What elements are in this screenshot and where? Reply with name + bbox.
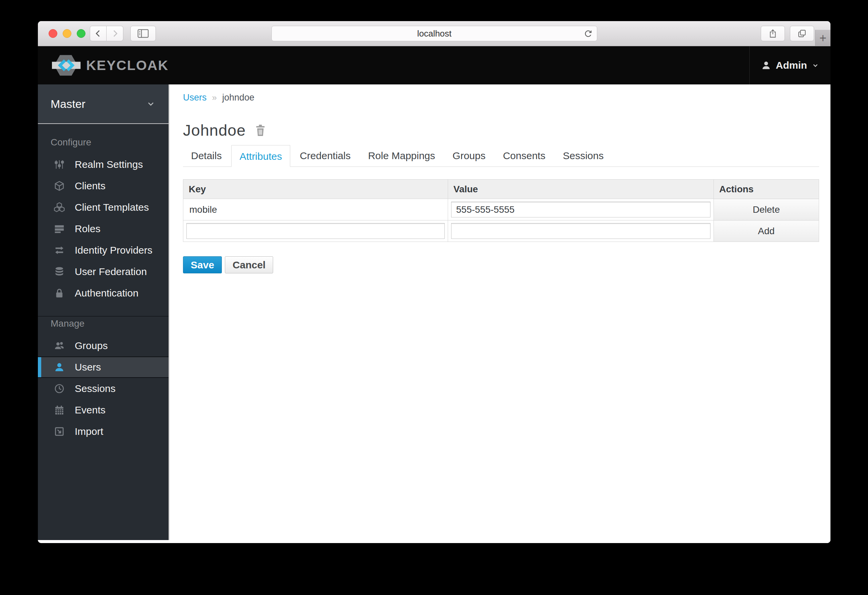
sidebar-toggle-button[interactable] — [130, 26, 156, 41]
sidebar-item-sessions[interactable]: Sessions — [38, 378, 168, 399]
tab-overview-button[interactable] — [790, 26, 814, 41]
sidebar-item-users[interactable]: Users — [38, 356, 168, 378]
exchange-icon — [53, 245, 65, 256]
tab-attributes[interactable]: Attributes — [231, 145, 291, 167]
share-button[interactable] — [761, 26, 785, 41]
table-header-row: Key Value Actions — [183, 180, 819, 199]
keycloak-logo: KEYCLOAK — [50, 53, 168, 77]
tabs-overview-icon — [797, 29, 807, 38]
back-button[interactable] — [90, 26, 106, 41]
zoom-window-button[interactable] — [77, 29, 86, 38]
back-icon — [94, 29, 103, 38]
table-row-new: Add — [183, 221, 819, 242]
clock-icon — [53, 383, 65, 394]
trash-icon[interactable] — [254, 124, 266, 137]
attributes-table: Key Value Actions mobile Delete Add — [183, 179, 819, 242]
sidebar-item-import[interactable]: Import — [38, 421, 168, 442]
tab-details[interactable]: Details — [183, 145, 230, 166]
manage-nav: Groups Users Sessions — [38, 335, 168, 442]
user-icon — [761, 60, 771, 70]
sidebar-item-clients[interactable]: Clients — [38, 175, 168, 197]
close-window-button[interactable] — [49, 29, 57, 38]
configure-nav: Realm Settings Clients Client Templates — [38, 154, 168, 304]
chevron-down-icon — [812, 62, 819, 69]
calendar-icon — [53, 405, 65, 415]
realm-name: Master — [50, 97, 86, 110]
list-icon — [53, 224, 65, 234]
new-attribute-key-input[interactable] — [186, 223, 445, 239]
breadcrumb-separator-icon: » — [212, 93, 217, 103]
save-button[interactable]: Save — [183, 256, 222, 273]
form-buttons: Save Cancel — [183, 256, 819, 273]
sidebar-item-identity-providers[interactable]: Identity Providers — [38, 240, 168, 261]
admin-user-menu[interactable]: Admin — [749, 46, 831, 84]
sidebar-item-user-federation[interactable]: User Federation — [38, 261, 168, 283]
keycloak-logo-icon — [50, 53, 86, 77]
sidebar-toggle-icon — [137, 29, 149, 38]
new-attribute-value-input[interactable] — [451, 223, 710, 239]
column-header-actions: Actions — [714, 180, 819, 199]
breadcrumb-current: johndoe — [222, 93, 254, 103]
column-header-value: Value — [448, 180, 714, 199]
user-icon — [53, 362, 65, 373]
tab-sessions[interactable]: Sessions — [555, 145, 612, 166]
group-icon — [53, 340, 65, 351]
breadcrumb: Users » johndoe — [183, 93, 819, 103]
database-icon — [53, 267, 65, 277]
sidebar-item-realm-settings[interactable]: Realm Settings — [38, 154, 168, 175]
cancel-button[interactable]: Cancel — [225, 256, 273, 273]
forward-icon — [111, 29, 119, 38]
sidebar-item-authentication[interactable]: Authentication — [38, 283, 168, 304]
section-label-manage: Manage — [50, 319, 168, 328]
realm-selector[interactable]: Master — [38, 84, 168, 124]
app-body: Master Configure Realm Settings C — [38, 84, 831, 543]
sidebar: Master Configure Realm Settings C — [38, 84, 170, 540]
tab-consents[interactable]: Consents — [495, 145, 554, 166]
address-bar[interactable]: localhost — [272, 26, 597, 41]
main-content: Users » johndoe Johndoe Details Attribut… — [170, 84, 831, 543]
forward-button[interactable] — [106, 26, 123, 41]
breadcrumb-users-link[interactable]: Users — [183, 93, 207, 103]
tab-groups[interactable]: Groups — [444, 145, 493, 166]
import-icon — [53, 426, 65, 437]
new-tab-button[interactable]: + — [815, 30, 831, 46]
sidebar-item-client-templates[interactable]: Client Templates — [38, 197, 168, 218]
sliders-icon — [53, 159, 65, 170]
cube-icon — [53, 181, 65, 191]
table-row: mobile Delete — [183, 199, 819, 221]
page-title: Johndoe — [183, 121, 246, 139]
add-attribute-button[interactable]: Add — [714, 221, 819, 242]
new-tab-icon: + — [819, 31, 827, 45]
sidebar-item-roles[interactable]: Roles — [38, 218, 168, 240]
sidebar-item-events[interactable]: Events — [38, 399, 168, 421]
chevron-down-icon — [146, 100, 155, 108]
minimize-window-button[interactable] — [63, 29, 71, 38]
column-header-key: Key — [183, 180, 448, 199]
attribute-value-input[interactable] — [451, 202, 710, 217]
browser-window: localhost + — [38, 21, 831, 543]
sidebar-item-groups[interactable]: Groups — [38, 335, 168, 356]
tab-credentials[interactable]: Credentials — [292, 145, 359, 166]
address-bar-url: localhost — [417, 28, 452, 39]
share-icon — [768, 28, 778, 38]
lock-icon — [53, 288, 65, 299]
admin-user-label: Admin — [776, 60, 807, 71]
section-divider — [38, 316, 168, 317]
attribute-key-text: mobile — [183, 204, 223, 215]
section-label-configure: Configure — [50, 137, 168, 147]
reload-icon[interactable] — [583, 29, 593, 38]
brand-text: KEYCLOAK — [86, 57, 168, 74]
keycloak-header: KEYCLOAK Admin — [38, 46, 831, 84]
delete-attribute-button[interactable]: Delete — [714, 199, 819, 221]
browser-toolbar: localhost + — [38, 21, 831, 46]
cubes-icon — [53, 202, 65, 213]
tab-bar: Details Attributes Credentials Role Mapp… — [183, 145, 819, 167]
tab-role-mappings[interactable]: Role Mappings — [360, 145, 443, 166]
